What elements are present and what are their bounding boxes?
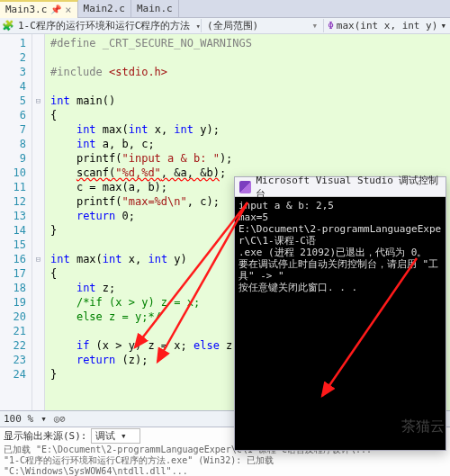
line-number: 10: [0, 166, 32, 180]
console-titlebar[interactable]: Microsoft Visual Studio 调试控制台: [235, 177, 446, 197]
code-line[interactable]: [45, 79, 450, 94]
console-line: input a & b: 2,5: [238, 200, 442, 211]
line-number: 8: [0, 137, 32, 151]
fold-toggle: [32, 238, 44, 252]
line-number: 1: [0, 36, 32, 50]
chevron-down-icon: ▾: [440, 20, 446, 31]
fold-toggle: [32, 295, 44, 310]
line-number: 6: [0, 108, 32, 122]
line-number: 14: [0, 223, 32, 238]
project-scope-dropdown[interactable]: 🧩 1-C程序的运行环境和运行C程序的方法: [0, 19, 201, 32]
line-number: 17: [0, 266, 32, 281]
line-number: 9: [0, 151, 32, 166]
function-icon: Φ: [328, 20, 334, 31]
fold-toggle: [32, 324, 44, 338]
file-tab-label: Main3.c: [5, 4, 47, 15]
line-number: 16: [0, 252, 32, 266]
fold-toggle: [32, 79, 44, 94]
console-body[interactable]: input a & b: 2,5max=5E:\Document\2-progr…: [235, 197, 446, 450]
fold-toggle: [32, 353, 44, 367]
fold-toggle: [32, 338, 44, 353]
fold-toggle: [32, 151, 44, 166]
fold-toggle: [32, 223, 44, 238]
line-number: 21: [0, 324, 32, 338]
fold-toggle: [32, 166, 44, 180]
console-line: 按任意键关闭此窗口. . .: [238, 282, 442, 293]
fold-gutter: ⊟⊟: [32, 34, 45, 410]
code-line[interactable]: {: [45, 108, 450, 122]
fold-toggle[interactable]: ⊟: [32, 252, 44, 266]
console-title: Microsoft Visual Studio 调试控制台: [256, 174, 441, 201]
line-number: 15: [0, 238, 32, 252]
fold-toggle: [32, 209, 44, 223]
line-number: 7: [0, 122, 32, 137]
cpp-icon: 🧩: [2, 20, 14, 31]
fold-toggle: [32, 310, 44, 324]
fold-toggle: [32, 281, 44, 295]
line-number: 22: [0, 338, 32, 353]
code-line[interactable]: #define _CRT_SECURE_NO_WARNINGS: [45, 36, 450, 50]
close-icon[interactable]: ×: [65, 4, 71, 16]
line-number: 19: [0, 295, 32, 310]
line-number: 5: [0, 94, 32, 108]
console-line: max=5: [238, 211, 442, 223]
fold-toggle: [32, 108, 44, 122]
line-number: 13: [0, 209, 32, 223]
line-number-gutter: 123456789101112131415161718192021222324: [0, 34, 32, 410]
fold-toggle: [32, 65, 44, 79]
code-line[interactable]: int main(): [45, 94, 450, 108]
file-tab-main[interactable]: Main.c: [131, 0, 179, 18]
line-number: 23: [0, 353, 32, 367]
output-source-dropdown[interactable]: 调试 ▾: [91, 428, 140, 444]
fold-toggle: [32, 180, 44, 194]
line-number: 24: [0, 367, 32, 382]
file-tabs-bar: Main3.c 📌 × Main2.c Main.c: [0, 0, 450, 18]
scope-dropdown[interactable]: (全局范围) ▾: [201, 19, 324, 32]
line-number: 12: [0, 194, 32, 209]
project-name: 1-C程序的运行环境和运行C程序的方法: [18, 19, 191, 32]
code-line[interactable]: #include <stdio.h>: [45, 65, 450, 79]
file-tab-main2[interactable]: Main2.c: [78, 0, 131, 18]
chevron-down-icon: [194, 20, 201, 31]
fold-toggle: [32, 36, 44, 50]
fold-toggle: [32, 137, 44, 151]
scope-label: (全局范围): [207, 19, 258, 32]
fold-toggle: [32, 122, 44, 137]
debug-console-window[interactable]: Microsoft Visual Studio 调试控制台 input a & …: [234, 176, 446, 451]
line-number: 20: [0, 310, 32, 324]
fold-toggle: [32, 50, 44, 65]
line-number: 4: [0, 79, 32, 94]
fold-toggle: [32, 367, 44, 382]
file-tab-main3[interactable]: Main3.c 📌 ×: [0, 0, 78, 18]
navigation-bar: 🧩 1-C程序的运行环境和运行C程序的方法 (全局范围) ▾ Φ max(int…: [0, 18, 450, 34]
pin-icon[interactable]: 📌: [50, 4, 61, 14]
fold-toggle: [32, 266, 44, 281]
line-number: 11: [0, 180, 32, 194]
output-source-label: 显示输出来源(S):: [4, 429, 87, 443]
code-line[interactable]: printf("input a & b: ");: [45, 151, 450, 166]
console-line: .exe (进程 21092)已退出，代码为 0。: [238, 247, 442, 258]
line-number: 2: [0, 50, 32, 65]
code-line[interactable]: [45, 50, 450, 65]
no-issues-icon: ◎⊘: [54, 413, 66, 425]
member-dropdown[interactable]: Φ max(int x, int y) ▾: [324, 20, 450, 31]
file-tab-label: Main2.c: [84, 3, 125, 14]
code-line[interactable]: int a, b, c;: [45, 137, 450, 151]
console-line: 要在调试停止时自动关闭控制台，请启用 "工具" -> ": [238, 258, 442, 282]
fold-toggle[interactable]: ⊟: [32, 94, 44, 108]
output-source-value: 调试: [95, 430, 115, 442]
chevron-down-icon[interactable]: ▾: [40, 413, 47, 425]
output-line: "1-C程序的运行环境和运行C程序的方法.exe" (Win32): 已加载 "…: [4, 455, 446, 476]
line-number: 3: [0, 65, 32, 79]
file-tab-label: Main.c: [137, 3, 173, 14]
code-line[interactable]: int max(int x, int y);: [45, 122, 450, 137]
line-number: 18: [0, 281, 32, 295]
fold-toggle: [32, 194, 44, 209]
chevron-down-icon: ▾: [312, 20, 319, 31]
zoom-level[interactable]: 100 %: [4, 413, 33, 425]
console-line: E:\Document\2-programmLanguageExper\C\1-…: [238, 223, 442, 247]
visual-studio-icon: [239, 181, 251, 193]
member-label: max(int x, int y): [337, 20, 438, 31]
